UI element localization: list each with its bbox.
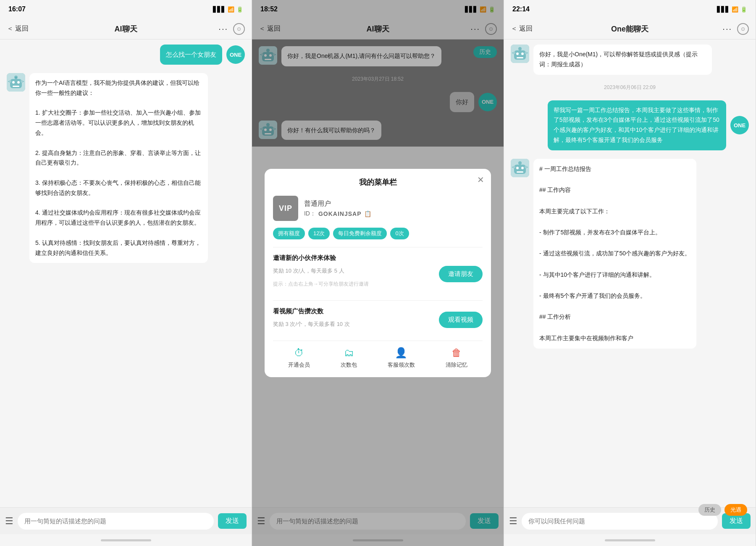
nav-dots-1[interactable]: ··· (218, 24, 228, 34)
menu-icon-3[interactable]: ☰ (509, 516, 517, 527)
nav-dots-3[interactable]: ··· (722, 24, 732, 34)
modal-tab-service[interactable]: 👤 客服领次数 (388, 347, 415, 369)
vip-info: 普通用户 ID： GOKAINJSAP 📋 (304, 200, 371, 218)
nav-right-3: ··· ⊙ (722, 23, 749, 35)
avatar-bot-1 (7, 73, 25, 92)
quota-count1: 12次 (308, 228, 330, 239)
date-3: 2023年06月06日 22:09 (511, 84, 749, 91)
invite-desc: 奖励 10 次/人，每天最多 5 人 (273, 267, 369, 275)
svg-point-42 (518, 161, 522, 165)
svg-point-4 (17, 81, 20, 84)
vip-type: 普通用户 (304, 200, 371, 208)
invite-title: 邀请新的小伙伴来体验 (273, 254, 369, 262)
chat-area-3: 你好，我是小One(M1)，可以帮你解答疑惑或提供灵感（提示词：周报生成器） 2… (504, 39, 756, 507)
svg-point-40 (525, 52, 527, 54)
vip-tab-icon: ⏱ (294, 347, 304, 359)
video-left: 看视频广告攒次数 奖励 3 次/个，每天最多看 10 次 (273, 307, 350, 332)
bubble-bot-3b: # 一周工作总结报告 ## 工作内容 本周主要完成了以下工作： - 制作了5部视… (533, 159, 696, 349)
one-logo-1: ONE (226, 45, 245, 64)
invite-section: 邀请新的小伙伴来体验 奖励 10 次/人，每天最多 5 人 提示：点击右上角→可… (273, 254, 483, 294)
chat-area-1: 怎么找一个女朋友 ONE (0, 39, 252, 507)
svg-point-10 (21, 80, 23, 83)
one-logo-3: ONE (730, 116, 749, 134)
divider-2 (273, 300, 483, 301)
battery-icon-3: 🔋 (740, 6, 747, 13)
back-chevron-3: ＜ (511, 24, 517, 33)
vip-id-value: GOKAINJSAP (318, 210, 362, 217)
quota-tag2: 每日免费剩余额度 (333, 228, 387, 239)
quota-tag1: 拥有额度 (273, 228, 305, 239)
tag-guangyou[interactable]: 光遇 (724, 504, 747, 516)
nav-circle-1[interactable]: ⊙ (233, 23, 245, 35)
bubble-bot-3a: 你好，我是小One(M1)，可以帮你解答疑惑或提供灵感（提示词：周报生成器） (533, 45, 712, 75)
send-button-1[interactable]: 发送 (218, 513, 247, 529)
bubble-user-3: 帮我写一篇一周工作总结报告，本周我主要做了这些事情，制作了5部视频，发布在3个自… (548, 100, 726, 150)
pkg-tab-icon: 🗂 (344, 347, 354, 359)
status-icons-3: ▋▋▋ 📶 🔋 (717, 6, 747, 13)
vip-id-row: ID： GOKAINJSAP 📋 (304, 210, 371, 218)
vip-row: VIP 普通用户 ID： GOKAINJSAP 📋 (273, 196, 483, 221)
svg-point-50 (525, 166, 527, 168)
message-input-3[interactable] (522, 513, 718, 530)
svg-point-45 (521, 167, 524, 169)
bubble-bot-1: 作为一个AI语言模型，我不能为你提供具体的建议，但我可以给你一些一般性的建议： … (29, 73, 208, 263)
msg-bot-3b: # 一周工作总结报告 ## 工作内容 本周主要完成了以下工作： - 制作了5部视… (511, 159, 749, 349)
modal-tab-vip[interactable]: ⏱ 开通会员 (288, 347, 310, 369)
back-button-1[interactable]: ＜ 返回 (7, 24, 29, 33)
svg-rect-5 (13, 86, 19, 87)
time-1: 16:07 (8, 5, 26, 13)
modal-tab-clear[interactable]: 🗑 清除记忆 (446, 347, 467, 369)
invite-note: 提示：点击右上角→可分享给朋友进行邀请 (273, 281, 369, 288)
video-desc: 奖励 3 次/个，每天最多看 10 次 (273, 320, 350, 328)
quota-count2: 0次 (390, 228, 409, 239)
modal-tab-pkg[interactable]: 🗂 次数包 (341, 347, 357, 369)
bubble-user-1: 怎么找一个女朋友 (160, 45, 222, 65)
svg-point-49 (513, 166, 515, 168)
msg-row-user-1: 怎么找一个女朋友 ONE (7, 45, 245, 65)
service-tab-label: 客服领次数 (388, 361, 415, 369)
nav-circle-3[interactable]: ⊙ (737, 23, 749, 35)
modal-card: ✕ 我的菜单栏 VIP 普通用户 ID： GOKAINJSAP 📋 拥有额度 1… (265, 169, 491, 377)
message-input-1[interactable] (18, 513, 214, 530)
clear-tab-label: 清除记忆 (446, 361, 467, 369)
msg-user-3: 帮我写一篇一周工作总结报告，本周我主要做了这些事情，制作了5部视频，发布在3个自… (511, 100, 749, 150)
tag-history[interactable]: 历史 (698, 504, 721, 516)
svg-rect-36 (517, 57, 523, 58)
vip-id-label: ID： (304, 210, 316, 218)
home-indicator-3 (504, 534, 756, 546)
nav-title-1: AI聊天 (115, 24, 137, 34)
video-section: 看视频广告攒次数 奖励 3 次/个，每天最多看 10 次 观看视频 (273, 307, 483, 332)
modal-close-button[interactable]: ✕ (477, 175, 484, 185)
copy-icon[interactable]: 📋 (364, 210, 371, 217)
msg-row-bot-1: 作为一个AI语言模型，我不能为你提供具体的建议，但我可以给你一些一般性的建议： … (7, 73, 245, 263)
time-3: 22:14 (512, 5, 530, 13)
invite-left: 邀请新的小伙伴来体验 奖励 10 次/人，每天最多 5 人 提示：点击右上角→可… (273, 254, 369, 294)
msg-bot-3a: 你好，我是小One(M1)，可以帮你解答疑惑或提供灵感（提示词：周报生成器） (511, 45, 749, 75)
modal-title: 我的菜单栏 (273, 177, 483, 187)
home-bar-3 (605, 539, 655, 541)
back-label-3: 返回 (519, 24, 533, 33)
svg-point-44 (516, 167, 519, 169)
modal-tabs: ⏱ 开通会员 🗂 次数包 👤 客服领次数 🗑 清除记忆 (273, 341, 483, 369)
status-bar-1: 16:07 ▋▋▋ 📶 🔋 (0, 0, 252, 18)
divider-1 (273, 247, 483, 247)
svg-point-39 (513, 52, 515, 54)
invite-button[interactable]: 邀请朋友 (439, 266, 483, 282)
video-button[interactable]: 观看视频 (439, 312, 483, 328)
back-button-3[interactable]: ＜ 返回 (511, 24, 533, 33)
nav-title-3: One能聊天 (611, 24, 648, 34)
nav-bar-1: ＜ 返回 AI聊天 ··· ⊙ (0, 18, 252, 39)
menu-icon-1[interactable]: ☰ (5, 516, 13, 527)
modal-overlay: ✕ 我的菜单栏 VIP 普通用户 ID： GOKAINJSAP 📋 拥有额度 1… (252, 0, 504, 546)
svg-point-3 (12, 81, 15, 84)
nav-bar-3: ＜ 返回 One能聊天 ··· ⊙ (504, 18, 756, 39)
vip-tab-label: 开通会员 (288, 361, 310, 369)
input-bar-1: ☰ 发送 (0, 507, 252, 534)
tag-chips-row: 历史 光遇 (698, 504, 747, 516)
service-tab-icon: 👤 (395, 347, 407, 359)
svg-point-35 (521, 52, 524, 55)
signal-icon-3: ▋▋▋ (717, 6, 730, 13)
status-icons-1: ▋▋▋ 📶 🔋 (213, 6, 243, 13)
svg-rect-46 (517, 171, 523, 173)
svg-point-9 (9, 80, 11, 83)
